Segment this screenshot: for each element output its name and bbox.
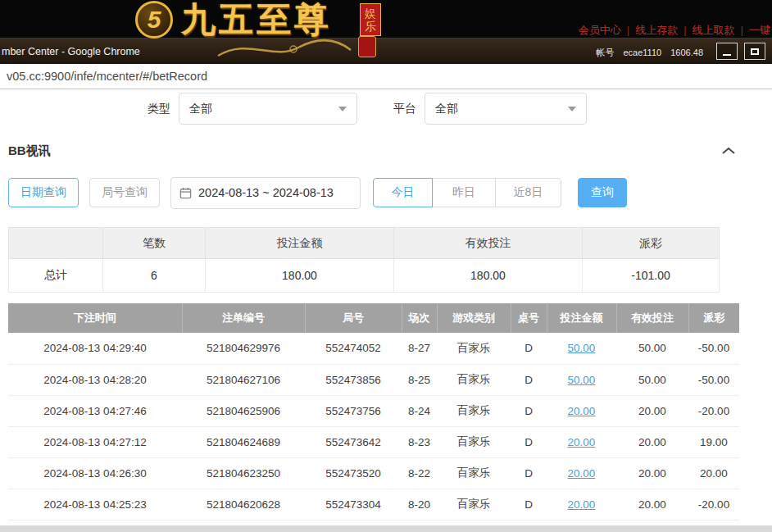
table-row: 2024-08-13 04:28:20521804627106552473856… [8, 364, 739, 395]
logo-seal-icon [358, 36, 376, 57]
bet-amount-cell: 50.00 [547, 333, 616, 364]
today-button[interactable]: 今日 [373, 178, 433, 207]
header-round-id: 局号 [305, 303, 402, 333]
type-filter-value: 全部 [189, 102, 212, 116]
payout-cell: -20.00 [688, 489, 739, 520]
calendar-icon [179, 187, 192, 199]
account-info: 帐号 ecae1110 1606.48 [589, 47, 703, 59]
date-query-button[interactable]: 日期查询 [8, 178, 79, 207]
nav-link-deposit[interactable]: 线上存款 [635, 24, 678, 36]
bet-amount-link[interactable]: 20.00 [568, 467, 596, 480]
table-cell: D [511, 333, 547, 364]
bet-amount-link[interactable]: 50.00 [568, 342, 596, 354]
table-row: 2024-08-13 04:27:12521804624689552473642… [8, 426, 739, 457]
bet-amount-cell: 20.00 [547, 489, 616, 520]
summary-table: 笔数 投注金额 有效投注 派彩 总计 6 180.00 180.00 -101.… [8, 227, 720, 293]
type-filter-label: 类型 [148, 102, 170, 116]
header-valid-bet: 有效投注 [616, 303, 688, 333]
round-cell: 552474052 [305, 333, 402, 364]
logo-badge: 娱乐 [360, 3, 381, 36]
table-cell: D [511, 364, 547, 395]
bet-amount-cell: 20.00 [547, 395, 616, 426]
summary-header-payout: 派彩 [583, 228, 720, 259]
session-cell: 8-22 [402, 457, 437, 489]
time-cell: 2024-08-13 04:28:20 [8, 364, 182, 395]
order-cell: 521804623250 [182, 457, 305, 489]
bet-amount-link[interactable]: 20.00 [568, 405, 596, 417]
session-cell: 8-25 [402, 364, 437, 395]
time-cell: 2024-08-13 04:26:30 [8, 457, 182, 489]
order-cell: 521804629976 [182, 333, 305, 364]
game-cell: 百家乐 [437, 395, 511, 426]
time-cell: 2024-08-13 04:29:40 [8, 333, 182, 364]
round-query-button[interactable]: 局号查询 [89, 178, 160, 207]
date-range-value: 2024-08-13 ~ 2024-08-13 [198, 186, 334, 199]
round-cell: 552473756 [305, 395, 402, 426]
account-label: 帐号 [596, 48, 614, 57]
bet-amount-link[interactable]: 20.00 [568, 436, 596, 448]
nav-link-withdraw[interactable]: 线上取款 [693, 24, 735, 36]
table-cell: D [511, 426, 547, 457]
section-title: BB视讯 [8, 143, 51, 159]
summary-valid-bet: 180.00 [394, 259, 583, 293]
platform-filter-label: 平台 [393, 102, 416, 116]
summary-count: 6 [103, 259, 206, 293]
valid-cell: 20.00 [616, 457, 688, 489]
summary-total-label: 总计 [9, 259, 103, 293]
bet-amount-link[interactable]: 20.00 [568, 498, 596, 511]
logo-coin-icon: 5 [135, 1, 173, 39]
summary-header-row: 笔数 投注金额 有效投注 派彩 [9, 228, 720, 259]
top-nav: 会员中心|线上存款|线上取款|一键 [579, 23, 770, 38]
table-row: 2024-08-13 04:29:40521804629976552474052… [8, 333, 739, 364]
payout-cell: 19.00 [688, 426, 739, 457]
maximize-icon [751, 48, 759, 55]
nav-separator: | [627, 24, 629, 36]
header-session: 场次 [402, 303, 437, 333]
bet-amount-cell: 20.00 [547, 457, 616, 489]
logo-coin-number: 5 [148, 6, 161, 34]
last8days-button[interactable]: 近8日 [495, 178, 561, 207]
maximize-button[interactable] [744, 43, 765, 60]
filter-row: 类型 全部 平台 全部 [148, 93, 587, 125]
minimize-button[interactable] [716, 43, 738, 60]
nav-link-onekey[interactable]: 一键 [749, 24, 770, 36]
window-title-bar: mber Center - Google Chrome 帐号 ecae1110 … [0, 38, 772, 64]
time-cell: 2024-08-13 04:25:23 [8, 489, 182, 520]
bet-amount-link[interactable]: 50.00 [568, 374, 596, 386]
table-row: 2024-08-13 04:27:46521804625906552473756… [8, 395, 739, 426]
nav-separator: | [683, 24, 686, 36]
summary-header-valid-bet: 有效投注 [394, 228, 583, 259]
search-button[interactable]: 查询 [578, 178, 627, 207]
header-game-type: 游戏类别 [437, 303, 511, 333]
header-payout: 派彩 [688, 303, 739, 333]
payout-cell: -20.00 [688, 395, 739, 426]
table-cell: D [511, 489, 547, 520]
type-filter-select[interactable]: 全部 [179, 93, 357, 125]
summary-total-row: 总计 6 180.00 180.00 -101.00 [9, 259, 720, 293]
session-cell: 8-27 [402, 333, 437, 364]
round-cell: 552473856 [305, 364, 402, 395]
account-value: ecae1110 [623, 48, 661, 57]
platform-filter-value: 全部 [435, 102, 458, 116]
site-logo: 5 九五至尊 娱乐 [135, 1, 381, 39]
quick-date-group: 今日 昨日 近8日 [373, 178, 561, 207]
table-row: 2024-08-13 04:25:23521804620628552473304… [8, 489, 739, 520]
platform-filter-select[interactable]: 全部 [425, 93, 587, 125]
order-cell: 521804620628 [182, 489, 305, 520]
screen: 会员中心|线上存款|线上取款|一键 5 九五至尊 娱乐 mber Center … [0, 0, 772, 532]
payout-cell: -50.00 [688, 333, 739, 364]
window-controls [716, 43, 765, 60]
payout-cell: 20.00 [688, 457, 739, 489]
table-row: 2024-08-13 04:26:30521804623250552473520… [8, 457, 739, 489]
nav-link-member-center[interactable]: 会员中心 [579, 24, 621, 36]
date-range-input[interactable]: 2024-08-13 ~ 2024-08-13 [170, 177, 361, 209]
summary-header-blank [9, 228, 103, 259]
yesterday-button[interactable]: 昨日 [432, 178, 496, 207]
header-bet-amount: 投注金额 [547, 303, 616, 333]
collapse-section-button[interactable] [721, 143, 736, 158]
header-table-no: 桌号 [511, 303, 547, 333]
session-cell: 8-23 [402, 426, 437, 457]
game-cell: 百家乐 [437, 333, 511, 364]
address-bar[interactable]: v05.cc:9900/infe/mcenter/#/betRecord [0, 64, 772, 89]
bottom-edge [0, 525, 772, 532]
